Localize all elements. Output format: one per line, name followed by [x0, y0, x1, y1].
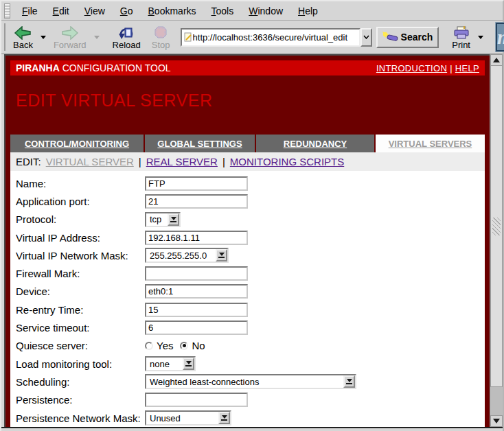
scrollbar-thumb[interactable]: [490, 66, 503, 387]
form-row-virtual-ip-mask: Virtual IP Network Mask: 255.255.255.0: [10, 246, 485, 264]
reentry-time-input[interactable]: [145, 303, 248, 317]
quiesce-yes-radio[interactable]: [145, 342, 153, 350]
virtual-server-form: Name: Application port: Protocol: tcp Vi…: [10, 171, 485, 427]
menu-bookmarks[interactable]: Bookmarks: [141, 5, 204, 16]
app-title: PIRANHA CONFIGURATION TOOL: [16, 62, 171, 73]
menu-go[interactable]: Go: [113, 5, 141, 16]
virtual-ip-input[interactable]: [145, 231, 248, 245]
form-row-virtual-ip: Virtual IP Address:: [10, 229, 485, 246]
name-label: Name:: [16, 178, 145, 189]
persistence-mask-label: Persistence Network Mask:: [16, 412, 145, 424]
back-dropdown-arrow-icon[interactable]: [41, 36, 46, 39]
tab-global-settings[interactable]: GLOBAL SETTINGS: [145, 135, 255, 152]
firewall-mark-input[interactable]: [145, 266, 248, 281]
scroll-down-button[interactable]: [490, 415, 503, 427]
menu-edit[interactable]: Edit: [45, 5, 77, 16]
form-row-reentry-time: Re-entry Time:: [10, 301, 485, 318]
page-viewport: PIRANHA CONFIGURATION TOOL INTRODUCTION|…: [4, 54, 490, 427]
edit-subnav: EDIT: VIRTUAL SERVER | REAL SERVER | MON…: [10, 152, 485, 171]
dropdown-arrow-icon: [218, 412, 230, 424]
forward-arrow-icon: [61, 25, 79, 40]
quiesce-server-label: Quiesce server:: [16, 340, 145, 351]
tab-bar: CONTROL/MONITORING GLOBAL SETTINGS REDUN…: [10, 135, 485, 152]
stop-icon: [154, 25, 168, 40]
menu-tools[interactable]: Tools: [204, 5, 242, 16]
back-arrow-icon: [14, 25, 32, 40]
service-timeout-label: Service timeout:: [16, 322, 145, 334]
toolbar-grippy[interactable]: [4, 3, 10, 19]
form-row-persistence-mask: Persistence Network Mask: Unused: [10, 409, 485, 427]
introduction-link[interactable]: INTRODUCTION: [376, 63, 447, 73]
scheduling-label: Scheduling:: [16, 376, 145, 388]
dropdown-arrow-icon: [216, 249, 227, 261]
help-link[interactable]: HELP: [455, 63, 479, 73]
menu-help[interactable]: Help: [290, 5, 325, 16]
real-server-link[interactable]: REAL SERVER: [146, 156, 218, 167]
monitoring-scripts-link[interactable]: MONITORING SCRIPTS: [230, 156, 344, 167]
mozilla-logo[interactable]: m: [496, 23, 504, 51]
dropdown-arrow-icon: [343, 375, 355, 388]
device-input[interactable]: [145, 284, 248, 299]
print-button[interactable]: Print: [448, 24, 474, 51]
tab-control-monitoring[interactable]: CONTROL/MONITORING: [10, 135, 144, 152]
quiesce-no-label: No: [192, 340, 205, 351]
flashlight-icon: [382, 32, 399, 43]
application-port-label: Application port:: [16, 196, 145, 207]
vertical-scrollbar: [490, 54, 503, 427]
arrow-down-icon: [493, 419, 500, 423]
reload-button[interactable]: Reload: [109, 24, 144, 51]
scrollbar-grip: [492, 218, 501, 235]
firewall-mark-label: Firewall Mark:: [16, 268, 145, 279]
menu-window[interactable]: Window: [241, 5, 290, 16]
reload-icon: [118, 25, 135, 40]
dropdown-arrow-icon: [183, 358, 194, 370]
menu-file[interactable]: File: [14, 5, 45, 16]
protocol-select[interactable]: tcp: [145, 212, 181, 227]
toolbar-grippy[interactable]: [4, 23, 5, 51]
page-title: EDIT VIRTUAL SERVER: [16, 91, 485, 135]
forward-dropdown-arrow-icon[interactable]: [94, 36, 100, 39]
load-monitoring-select[interactable]: none: [145, 356, 196, 371]
print-dropdown-arrow-icon[interactable]: [478, 36, 483, 39]
back-button[interactable]: Back: [10, 24, 36, 51]
forward-button[interactable]: Forward: [50, 24, 90, 51]
arrow-up-icon: [493, 58, 500, 62]
form-row-scheduling: Scheduling: Weighted least-connections: [10, 373, 485, 391]
reentry-time-label: Re-entry Time:: [16, 304, 145, 316]
scroll-up-button[interactable]: [490, 54, 503, 66]
name-input[interactable]: [145, 176, 248, 191]
header-links: INTRODUCTION|HELP: [376, 63, 479, 73]
form-row-persistence: Persistence:: [10, 391, 485, 409]
link-separator: |: [450, 63, 453, 73]
persistence-mask-select[interactable]: Unused: [145, 410, 231, 426]
location-bar-group: [181, 28, 372, 47]
printer-icon: [453, 25, 470, 40]
url-input[interactable]: [193, 32, 358, 43]
virtual-ip-mask-label: Virtual IP Network Mask:: [16, 250, 145, 261]
search-button[interactable]: Search: [376, 27, 439, 48]
quiesce-no-radio[interactable]: [180, 342, 188, 350]
form-row-name: Name:: [10, 174, 485, 192]
form-row-protocol: Protocol: tcp: [10, 211, 485, 229]
persistence-input[interactable]: [145, 393, 248, 407]
scrollbar-track[interactable]: [490, 387, 503, 415]
browser-window: File Edit View Go Bookmarks Tools Window…: [0, 0, 504, 431]
piranha-header-bar: PIRANHA CONFIGURATION TOOL INTRODUCTION|…: [10, 60, 485, 75]
browser-content-area: PIRANHA CONFIGURATION TOOL INTRODUCTION|…: [1, 54, 503, 427]
virtual-ip-mask-select[interactable]: 255.255.255.0: [145, 248, 229, 263]
scheduling-select[interactable]: Weighted least-connections: [145, 374, 356, 389]
form-row-load-monitoring: Load monitoring tool: none: [10, 355, 485, 373]
chevron-down-icon: [363, 35, 369, 39]
dropdown-arrow-icon: [168, 213, 179, 226]
menubar: File Edit View Go Bookmarks Tools Window…: [1, 1, 503, 21]
service-timeout-input[interactable]: [145, 321, 248, 335]
tab-redundancy[interactable]: REDUNDANCY: [256, 135, 374, 152]
menu-view[interactable]: View: [77, 5, 113, 16]
form-row-quiesce-server: Quiesce server: Yes No: [10, 337, 485, 355]
stop-button[interactable]: Stop: [148, 24, 174, 51]
form-row-application-port: Application port:: [10, 192, 485, 210]
protocol-label: Protocol:: [16, 213, 145, 225]
application-port-input[interactable]: [145, 194, 248, 209]
url-history-dropdown-button[interactable]: [360, 28, 372, 47]
device-label: Device:: [16, 286, 145, 297]
